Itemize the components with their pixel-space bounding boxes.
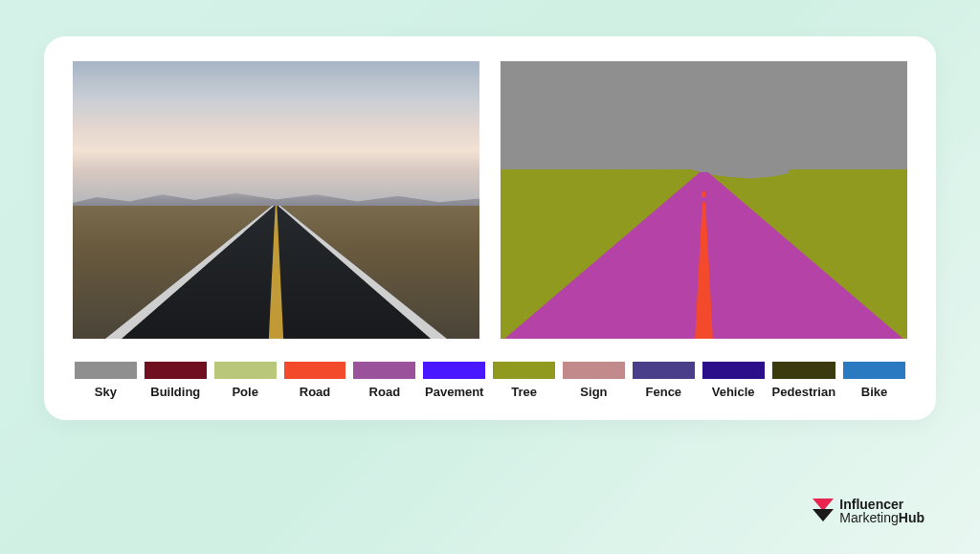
legend-item: Sky bbox=[75, 362, 137, 399]
brand-line-2: MarketingHub bbox=[839, 511, 924, 525]
legend-item: Sign bbox=[563, 362, 625, 399]
legend-swatch bbox=[772, 362, 835, 379]
brand-text: Influencer MarketingHub bbox=[839, 498, 924, 525]
legend-item: Fence bbox=[633, 362, 695, 399]
legend-item: Road bbox=[284, 362, 346, 399]
legend-swatch bbox=[353, 362, 415, 379]
legend-label: Road bbox=[300, 385, 331, 399]
legend-item: Pavement bbox=[423, 362, 485, 399]
segmentation-map bbox=[501, 61, 907, 339]
legend-item: Building bbox=[145, 362, 207, 399]
legend: SkyBuildingPoleRoadRoadPavementTreeSignF… bbox=[73, 362, 907, 399]
legend-label: Sign bbox=[580, 385, 607, 399]
legend-swatch bbox=[843, 362, 905, 379]
legend-label: Road bbox=[369, 385, 401, 399]
legend-label: Sky bbox=[95, 385, 117, 399]
legend-item: Vehicle bbox=[702, 362, 765, 399]
legend-label: Pedestrian bbox=[772, 385, 835, 399]
legend-swatch bbox=[702, 362, 765, 379]
legend-item: Pedestrian bbox=[772, 362, 835, 399]
legend-label: Fence bbox=[646, 385, 682, 399]
legend-label: Bike bbox=[861, 385, 887, 399]
legend-label: Tree bbox=[511, 385, 537, 399]
image-pair bbox=[73, 61, 907, 339]
legend-swatch bbox=[284, 362, 346, 379]
brand-logo: Influencer MarketingHub bbox=[813, 498, 924, 525]
brand-line-1: Influencer bbox=[839, 498, 924, 512]
source-photo bbox=[73, 61, 479, 339]
legend-swatch bbox=[75, 362, 137, 379]
legend-swatch bbox=[493, 362, 555, 379]
legend-swatch bbox=[214, 362, 277, 379]
legend-label: Building bbox=[150, 385, 200, 399]
legend-swatch bbox=[423, 362, 485, 379]
legend-item: Pole bbox=[214, 362, 277, 399]
legend-label: Pavement bbox=[425, 385, 483, 399]
photo-sky bbox=[73, 61, 479, 206]
legend-item: Road bbox=[353, 362, 415, 399]
legend-item: Tree bbox=[493, 362, 555, 399]
figure-card: SkyBuildingPoleRoadRoadPavementTreeSignF… bbox=[44, 36, 936, 420]
legend-label: Pole bbox=[232, 385, 257, 399]
brand-mark-icon bbox=[813, 499, 834, 523]
legend-swatch bbox=[633, 362, 695, 379]
legend-swatch bbox=[563, 362, 625, 379]
legend-label: Vehicle bbox=[712, 385, 755, 399]
seg-road-marker-dot bbox=[702, 191, 705, 197]
legend-item: Bike bbox=[843, 362, 905, 399]
legend-swatch bbox=[145, 362, 207, 379]
